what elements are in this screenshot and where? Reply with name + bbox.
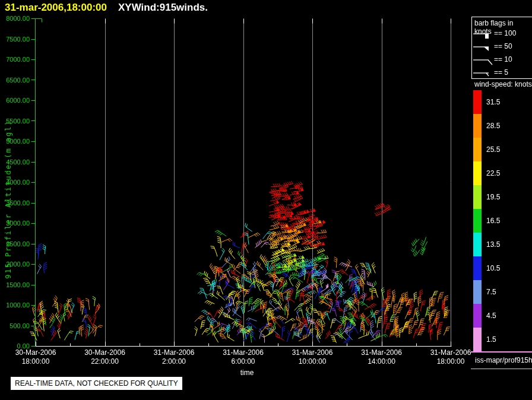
y-tick-label: 5500.00 (0, 117, 30, 125)
colorbar-swatch (473, 304, 482, 328)
page-title: XYWind:915winds. (118, 2, 208, 14)
legend-divider-top (471, 17, 532, 17)
colorbar-label: 13.5 (486, 240, 500, 249)
colorbar-label: 4.5 (486, 312, 496, 320)
footer-divider-pink (471, 351, 532, 353)
y-tick-label: 3000.00 (0, 219, 30, 227)
colorbar-swatch (473, 256, 482, 280)
colorbar-label: 25.5 (486, 145, 500, 154)
y-tick-label: 1500.00 (0, 281, 30, 289)
barb-legend-label: == 5 (494, 68, 508, 77)
wind-barb-plot-canvas (0, 0, 532, 400)
y-tick-label: 3500.00 (0, 199, 30, 207)
x-tick-label: 30-Mar-200622:00:00 (72, 348, 138, 366)
colorbar-swatch (473, 114, 482, 138)
y-tick-label: 7500.00 (0, 35, 30, 43)
y-tick-label: 2500.00 (0, 240, 30, 248)
colorbar-swatch (473, 185, 482, 209)
colorbar-label: 10.5 (486, 264, 500, 272)
legend-divider-left (471, 17, 472, 79)
quality-disclaimer-badge: REAL-TIME DATA, NOT CHECKED FOR QUALITY (11, 377, 182, 390)
x-tick-label: 31-Mar-20062:00:00 (141, 348, 207, 366)
color-scale-title: wind-speed: knots (474, 80, 532, 88)
colorbar-swatch (473, 233, 482, 256)
colorbar-swatch (473, 161, 482, 185)
barb-legend-label: == 10 (494, 55, 512, 64)
colorbar-swatch (473, 90, 482, 114)
data-source-label: iss-mapr/prof915h (475, 356, 532, 364)
barb-legend-label: == 100 (494, 29, 516, 37)
barb-flag-100-icon (473, 28, 494, 40)
y-tick-label: 7000.00 (0, 55, 30, 64)
x-axis-title: time (223, 369, 271, 377)
y-tick-label: 4500.00 (0, 158, 30, 166)
y-tick-label: 6000.00 (0, 96, 30, 104)
barb-flag-50-icon (473, 42, 494, 53)
y-tick-label: 8000.00 (0, 14, 30, 23)
y-tick-label: 5000.00 (0, 137, 30, 145)
barb-legend-label: == 50 (494, 42, 512, 50)
colorbar-swatch (473, 138, 482, 161)
colorbar-label: 16.5 (486, 217, 500, 225)
colorbar-label: 28.5 (486, 122, 500, 130)
barb-tick-10-icon (473, 55, 494, 66)
title-timestamp: 31-mar-2006,18:00:00 (5, 2, 107, 14)
x-tick-label: 30-Mar-200618:00:00 (3, 348, 68, 366)
colorbar-label: 22.5 (486, 169, 500, 177)
colorbar-swatch (473, 280, 482, 304)
y-tick-label: 4000.00 (0, 178, 30, 186)
footer-divider-gray (471, 369, 532, 369)
colorbar-label: 31.5 (486, 98, 500, 106)
y-tick-label: 1000.00 (0, 301, 30, 309)
barb-tick-5-icon (473, 68, 494, 80)
x-tick-label: 31-Mar-20066:00:00 (211, 348, 276, 366)
colorbar-swatch (473, 328, 482, 351)
y-tick-label: 2000.00 (0, 260, 30, 268)
x-tick-label: 31-Mar-200610:00:00 (280, 348, 345, 366)
y-tick-label: 6500.00 (0, 76, 30, 84)
app-window: { "window": { "timestamp": "31-mar-2006,… (0, 0, 532, 400)
colorbar-swatch (473, 209, 482, 233)
y-tick-label: 500.00 (0, 322, 30, 330)
colorbar-label: 1.5 (486, 335, 496, 344)
colorbar-label: 7.5 (486, 288, 496, 296)
colorbar-label: 19.5 (486, 193, 500, 201)
x-tick-label: 31-Mar-200614:00:00 (349, 348, 414, 366)
